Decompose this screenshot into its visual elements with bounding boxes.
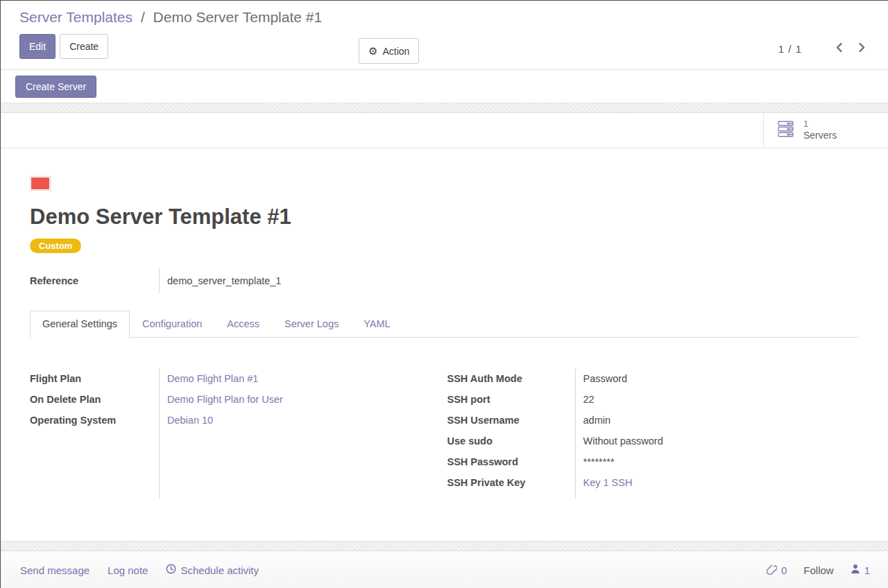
breadcrumb-current: Demo Server Template #1 <box>153 9 323 25</box>
reference-field: Reference demo_server_template_1 <box>30 268 859 293</box>
server-rack-icon <box>778 121 796 141</box>
action-button[interactable]: ⚙ Action <box>359 38 419 64</box>
followers-count: 1 <box>864 564 870 576</box>
chevron-left-icon <box>835 42 843 55</box>
servers-label: Servers <box>803 130 837 141</box>
pager-previous-button[interactable] <box>832 41 846 56</box>
statusbar: Create Server <box>1 70 888 103</box>
field-value-flight-plan[interactable]: Demo Flight Plan #1 <box>167 368 445 389</box>
person-icon <box>851 564 860 576</box>
field-group-right: SSH Auth Mode SSH port SSH Username Use … <box>445 368 860 499</box>
stat-text: 1 Servers <box>803 119 837 141</box>
field-value-ssh-username: admin <box>583 410 860 431</box>
field-label-ssh-password: SSH Password <box>447 451 575 472</box>
schedule-activity-label: Schedule activity <box>180 564 259 576</box>
field-label-ssh-private-key: SSH Private Key <box>447 472 575 493</box>
gear-icon: ⚙ <box>368 46 377 56</box>
field-values-left: Demo Flight Plan #1 Demo Flight Plan for… <box>159 368 445 499</box>
field-label-flight-plan: Flight Plan <box>30 368 159 389</box>
control-panel: Server Templates / Demo Server Template … <box>1 1 888 70</box>
field-labels-left: Flight Plan On Delete Plan Operating Sys… <box>30 368 159 499</box>
field-value-ssh-auth-mode: Password <box>583 368 860 389</box>
paperclip-icon <box>767 564 777 577</box>
record-image <box>30 176 51 191</box>
field-value-ssh-private-key[interactable]: Key 1 SSH <box>583 472 860 493</box>
sheet-body: Demo Server Template #1 Custom Reference… <box>1 176 888 499</box>
field-value-use-sudo: Without password <box>583 431 860 451</box>
chatter-actions: Send message Log note Schedule activity <box>20 564 259 576</box>
notebook-tabs: General Settings Configuration Access Se… <box>30 310 859 338</box>
breadcrumb: Server Templates / Demo Server Template … <box>19 9 869 26</box>
control-panel-buttons: Edit Create <box>19 34 869 59</box>
tab-configuration[interactable]: Configuration <box>130 311 214 338</box>
hatch-band-bottom <box>1 541 888 551</box>
form-sheet: 1 Servers Demo Server Template #1 Custom… <box>1 113 888 541</box>
attachments-count: 0 <box>781 564 787 576</box>
pager-next-button[interactable] <box>855 41 869 56</box>
field-value-on-delete-plan[interactable]: Demo Flight Plan for User <box>167 389 445 410</box>
field-value-operating-system[interactable]: Debian 10 <box>167 410 445 431</box>
button-box: 1 Servers <box>1 113 888 148</box>
chatter-meta: 0 Follow 1 <box>767 564 870 577</box>
breadcrumb-parent-link[interactable]: Server Templates <box>19 9 133 25</box>
field-values-right: Password 22 admin Without password *****… <box>575 368 860 499</box>
breadcrumb-separator: / <box>141 9 145 25</box>
attachments-button[interactable]: 0 <box>767 564 787 577</box>
create-button[interactable]: Create <box>60 34 108 59</box>
log-note-button[interactable]: Log note <box>108 564 148 576</box>
field-group-left: Flight Plan On Delete Plan Operating Sys… <box>30 368 445 499</box>
follow-button[interactable]: Follow <box>803 564 833 576</box>
action-button-label: Action <box>382 46 409 56</box>
schedule-activity-button[interactable]: Schedule activity <box>166 564 259 576</box>
chevron-right-icon <box>858 42 866 55</box>
field-value-ssh-port: 22 <box>583 389 860 410</box>
field-label-use-sudo: Use sudo <box>447 431 575 451</box>
field-label-ssh-auth-mode: SSH Auth Mode <box>447 368 575 389</box>
servers-count: 1 <box>803 119 837 130</box>
pager: 1 / 1 <box>778 41 869 56</box>
edit-button[interactable]: Edit <box>19 34 56 59</box>
followers-button[interactable]: 1 <box>851 564 870 576</box>
hatch-band-top <box>1 103 888 113</box>
field-label-ssh-port: SSH port <box>447 389 575 410</box>
custom-badge: Custom <box>30 239 81 253</box>
field-label-ssh-username: SSH Username <box>447 410 575 431</box>
send-message-button[interactable]: Send message <box>20 564 89 576</box>
servers-stat-button[interactable]: 1 Servers <box>763 113 888 148</box>
reference-value: demo_server_template_1 <box>159 268 281 293</box>
record-title: Demo Server Template #1 <box>30 205 859 230</box>
create-server-button[interactable]: Create Server <box>15 76 96 98</box>
reference-label: Reference <box>30 268 159 293</box>
page: Server Templates / Demo Server Template … <box>0 0 888 588</box>
chatter-bar: Send message Log note Schedule activity <box>1 551 888 588</box>
clock-icon <box>166 564 176 576</box>
field-label-on-delete-plan: On Delete Plan <box>30 389 159 410</box>
pager-value[interactable]: 1 / 1 <box>778 43 802 55</box>
tab-general-settings[interactable]: General Settings <box>30 311 130 338</box>
tab-yaml[interactable]: YAML <box>351 311 402 338</box>
tab-content-general-settings: Flight Plan On Delete Plan Operating Sys… <box>30 338 859 499</box>
tab-server-logs[interactable]: Server Logs <box>272 311 351 338</box>
field-label-operating-system: Operating System <box>30 410 159 431</box>
field-labels-right: SSH Auth Mode SSH port SSH Username Use … <box>447 368 575 499</box>
tab-access[interactable]: Access <box>214 311 272 338</box>
field-value-ssh-password: ******** <box>583 451 860 472</box>
